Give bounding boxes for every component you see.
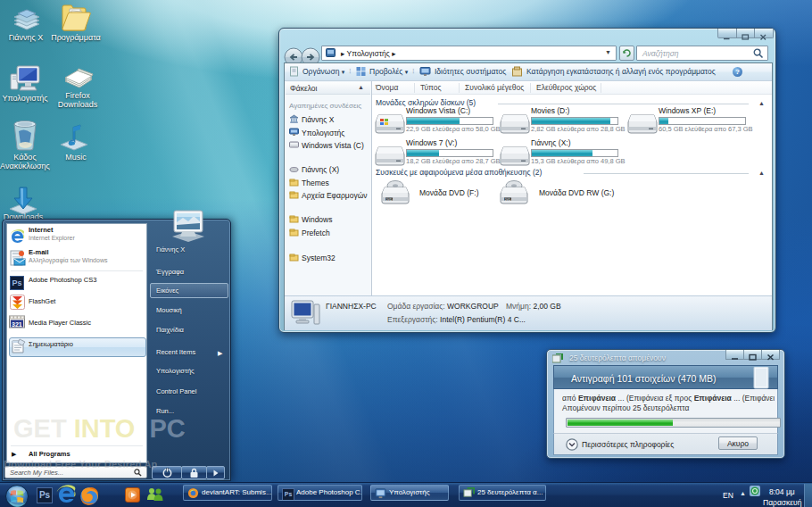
svg-text:DVD: DVD [386,198,393,202]
svg-text:DVD: DVD [505,198,511,202]
svg-text:321: 321 [12,321,22,328]
